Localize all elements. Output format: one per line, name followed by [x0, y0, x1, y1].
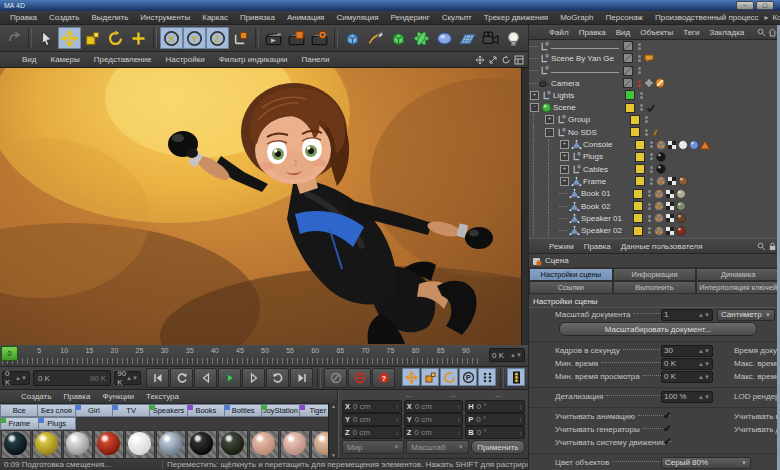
coord-field-0-0[interactable]: X0 cm↕: [342, 400, 402, 413]
object-menu-item-4[interactable]: Теги: [678, 28, 704, 37]
visibility-dots[interactable]: [637, 43, 641, 50]
visibility-dots[interactable]: [647, 215, 651, 222]
layer-color-toggle[interactable]: [633, 189, 643, 199]
deformers-icon[interactable]: [410, 27, 433, 49]
object-row[interactable]: [529, 40, 780, 52]
scale-document-button[interactable]: Масштабировать документ...: [559, 322, 757, 336]
layer-color-toggle[interactable]: [623, 78, 633, 88]
material-swatch-7[interactable]: [218, 430, 248, 459]
pan-view-icon[interactable]: [475, 55, 485, 65]
coord-field-2-1[interactable]: P0 °↕: [465, 413, 525, 426]
attribute-value-field[interactable]: 30▲▼: [661, 345, 713, 357]
visibility-dots[interactable]: [644, 116, 648, 123]
material-layer-tab-plugs[interactable]: Plugs: [39, 417, 77, 430]
attribute-value-field[interactable]: 0 K▲▼: [661, 371, 713, 383]
play-button[interactable]: [218, 368, 241, 388]
rotate-view-icon[interactable]: [501, 55, 511, 65]
object-row[interactable]: +Cables: [529, 163, 780, 175]
coord-field-0-1[interactable]: Y0 cm↕: [342, 413, 402, 426]
viewport-menu-item-5[interactable]: Панели: [294, 55, 336, 64]
timeline-corner-field[interactable]: 0 K▲▼: [489, 348, 525, 362]
texture-tag-icon[interactable]: [656, 164, 666, 174]
object-row[interactable]: -No SDS: [529, 126, 780, 138]
phong-tag-icon[interactable]: [654, 201, 664, 211]
viewport-menu-item-2[interactable]: Представление: [87, 55, 159, 64]
material-layer-tab-girl[interactable]: Girl: [76, 404, 113, 417]
material-layer-tab-без-слоя[interactable]: Без слоя: [38, 404, 75, 417]
menu-item-5[interactable]: Привязка: [234, 13, 281, 22]
phong-tag-icon[interactable]: [654, 226, 664, 236]
menu-item-7[interactable]: Симуляция: [330, 13, 384, 22]
material-swatch-1[interactable]: [32, 430, 62, 459]
object-row[interactable]: Speaker 02: [529, 224, 780, 236]
key-point-level-button[interactable]: [478, 368, 496, 386]
expand-icon[interactable]: +: [560, 177, 569, 186]
layer-color-toggle[interactable]: [633, 226, 643, 236]
lock-icon[interactable]: [768, 242, 777, 251]
key-rotation-button[interactable]: [440, 368, 458, 386]
object-row[interactable]: +Lights: [529, 89, 780, 101]
render-settings-icon[interactable]: [308, 27, 331, 49]
timeline-playhead[interactable]: 0: [1, 346, 18, 361]
generators-icon[interactable]: [387, 27, 410, 49]
menu-item-0[interactable]: Правка: [4, 13, 43, 22]
material-scrollbar[interactable]: ▲▼: [328, 403, 338, 458]
expand-icon[interactable]: +: [530, 91, 539, 100]
layer-color-toggle[interactable]: [623, 66, 633, 76]
object-row[interactable]: +Frame: [529, 175, 780, 187]
material-swatch-5[interactable]: [156, 430, 186, 459]
object-menu-item-0[interactable]: Файл: [544, 28, 574, 37]
uvw-tag-icon[interactable]: [665, 201, 675, 211]
texture-tag-icon[interactable]: [689, 140, 699, 150]
viewport-menu-item-1[interactable]: Камеры: [43, 55, 86, 64]
material-menu-item-1[interactable]: Правка: [57, 392, 96, 401]
attr-tab-0[interactable]: Настройки сцены: [529, 268, 613, 281]
volume-icon[interactable]: [433, 27, 456, 49]
search-icon[interactable]: [757, 28, 766, 37]
texture-tag-icon[interactable]: [676, 213, 686, 223]
viewport-menu-item-3[interactable]: Настройки: [158, 55, 211, 64]
object-menu-item-5[interactable]: Закладка: [704, 28, 749, 37]
phong-tag-icon[interactable]: [654, 213, 664, 223]
layer-color-toggle[interactable]: [630, 115, 640, 125]
panel-handle-icon[interactable]: [3, 392, 12, 401]
menu-item-9[interactable]: Скульпт: [436, 13, 478, 22]
expand-icon[interactable]: +: [560, 152, 569, 161]
layer-color-toggle[interactable]: [623, 41, 633, 51]
checkbox[interactable]: ✔: [663, 423, 671, 434]
attribute-menu-item-0[interactable]: Режим: [544, 242, 579, 251]
attr-tab-3[interactable]: Ссылки: [529, 281, 613, 294]
key-position-button[interactable]: [402, 368, 420, 386]
texture-tag-icon[interactable]: [676, 226, 686, 236]
material-swatch-2[interactable]: [63, 430, 93, 459]
layer-color-toggle[interactable]: [625, 90, 635, 100]
viewport-3d[interactable]: [0, 68, 528, 345]
timeline-layers-button[interactable]: [507, 368, 525, 386]
undo-icon[interactable]: [2, 27, 25, 49]
primitive-cube-icon[interactable]: [341, 27, 364, 49]
visibility-dots[interactable]: [649, 141, 653, 148]
material-layer-tab-frame[interactable]: Frame: [0, 417, 39, 430]
apply-button[interactable]: Применить: [471, 440, 525, 454]
key-scale-button[interactable]: [421, 368, 439, 386]
checkbox[interactable]: ✔: [663, 410, 671, 421]
material-layer-tab-bottles[interactable]: Bottles: [225, 404, 262, 417]
material-layer-tab-все[interactable]: Все: [0, 404, 38, 417]
layer-color-toggle[interactable]: [635, 164, 645, 174]
object-color-dropdown[interactable]: Серый 80%▼: [661, 457, 751, 469]
attr-tab-4[interactable]: Выполнить: [613, 281, 697, 294]
maximize-button[interactable]: ▢: [756, 1, 774, 10]
object-row[interactable]: Speaker 01: [529, 212, 780, 224]
floor-icon[interactable]: [456, 27, 479, 49]
attr-tab-5[interactable]: Интерполяция ключей: [696, 281, 780, 294]
uvw-tag-icon[interactable]: [665, 213, 675, 223]
render-picture-viewer-icon[interactable]: [285, 27, 308, 49]
expand-icon[interactable]: +: [560, 165, 569, 174]
timeline-ruler[interactable]: 0 51015202530354045505560657075808590 0 …: [0, 345, 528, 367]
phong-tag-icon[interactable]: [654, 189, 664, 199]
material-layer-tab-joystation[interactable]: JoyStation: [262, 404, 299, 417]
layer-color-toggle[interactable]: [623, 53, 633, 63]
attribute-value-field[interactable]: 1▲▼: [661, 309, 713, 321]
menu-item-2[interactable]: Выделить: [85, 13, 134, 22]
attr-tab-2[interactable]: Динамика: [696, 268, 780, 281]
